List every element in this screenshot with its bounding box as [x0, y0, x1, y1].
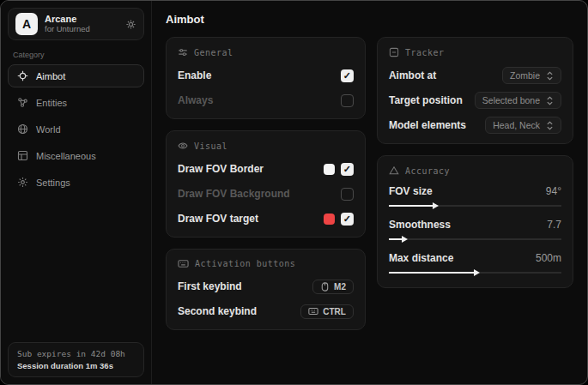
- section-title: General: [194, 48, 233, 57]
- section-title: Tracker: [405, 48, 445, 57]
- max-distance-slider-block: Max distance 500m: [389, 252, 561, 276]
- sidebar-item-label: World: [36, 124, 61, 135]
- second-keybind-button[interactable]: CTRL: [300, 304, 354, 319]
- row-label: Smoothness: [389, 219, 451, 231]
- sidebar-item-aimbot[interactable]: Aimbot: [8, 64, 144, 87]
- keyboard-icon: [178, 259, 189, 268]
- fov-target-checkbox[interactable]: ✓: [341, 213, 354, 226]
- app-logo: A: [15, 13, 38, 35]
- first-keybind-button[interactable]: M2: [312, 280, 354, 294]
- model-elements-row: Model elements Head, Neck: [389, 117, 561, 134]
- first-keybind-row: First keybind M2: [178, 278, 354, 295]
- sidebar: A Arcane for Unturned Category: [1, 1, 152, 384]
- sidebar-item-label: Aimbot: [36, 71, 65, 81]
- row-label: Second keybind: [178, 305, 257, 317]
- fov-size-slider-block: FOV size 94°: [389, 185, 561, 209]
- general-section-header: General: [178, 47, 354, 57]
- section-title: Accuracy: [405, 166, 450, 176]
- subscription-info: Sub expires in 42d 08h Session duration …: [8, 342, 144, 377]
- globe-icon: [17, 123, 28, 135]
- brand-card: A Arcane for Unturned: [8, 8, 144, 40]
- page-title: Aimbot: [166, 13, 573, 26]
- chevron-up-down-icon: [546, 121, 554, 130]
- smoothness-slider[interactable]: [389, 236, 561, 243]
- category-label: Category: [13, 51, 139, 59]
- app-name: Arcane: [45, 14, 118, 25]
- slider-value: 94°: [546, 185, 561, 197]
- sidebar-item-label: Entities: [36, 98, 67, 108]
- fov-border-checkbox[interactable]: ✓: [341, 163, 354, 176]
- slider-fill: [389, 205, 433, 207]
- fov-border-color-swatch[interactable]: [324, 164, 335, 175]
- row-label: Model elements: [389, 119, 466, 131]
- row-label: Always: [178, 94, 213, 106]
- row-label: Draw FOV Background: [178, 188, 290, 200]
- brand-text: Arcane for Unturned: [45, 14, 118, 34]
- accuracy-section-header: Accuracy: [389, 165, 561, 176]
- slider-fill: [389, 272, 476, 274]
- target-position-select[interactable]: Selected bone: [475, 92, 561, 109]
- sidebar-nav: Aimbot Entities World: [8, 64, 144, 194]
- row-label: Max distance: [389, 252, 453, 264]
- draw-fov-background-row: Draw FOV Background: [178, 185, 354, 202]
- sliders-icon: [178, 47, 188, 57]
- second-keybind-row: Second keybind CTRL: [178, 303, 354, 320]
- aimbot-at-row: Aimbot at Zombie: [389, 67, 561, 84]
- enable-checkbox[interactable]: ✓: [341, 69, 354, 82]
- target-position-row: Target position Selected bone: [389, 92, 561, 109]
- sidebar-item-settings[interactable]: Settings: [8, 171, 144, 194]
- eye-icon: [178, 141, 188, 151]
- visual-section: Visual Draw FOV Border ✓ Draw FOV Backgr…: [166, 130, 366, 238]
- draw-fov-target-row: Draw FOV target ✓: [178, 210, 354, 227]
- visual-section-header: Visual: [178, 141, 354, 151]
- draw-fov-border-row: Draw FOV Border ✓: [178, 160, 354, 177]
- sidebar-item-miscellaneous[interactable]: Miscellaneous: [8, 144, 144, 167]
- main-content: Aimbot General Enable ✓: [152, 1, 587, 384]
- grid-icon: [17, 150, 28, 161]
- tracker-section-header: Tracker: [389, 47, 561, 57]
- general-section: General Enable ✓ Always: [166, 37, 366, 119]
- row-label: Draw FOV Border: [178, 163, 264, 175]
- model-elements-select[interactable]: Head, Neck: [485, 117, 561, 134]
- keybind-value: M2: [334, 282, 346, 292]
- slider-value: 500m: [536, 252, 561, 264]
- fov-target-color-swatch[interactable]: [324, 214, 335, 225]
- accuracy-section: Accuracy FOV size 94° Smoothness: [377, 155, 573, 288]
- max-distance-slider[interactable]: [389, 269, 561, 276]
- fov-background-checkbox[interactable]: [341, 188, 354, 201]
- fov-size-slider[interactable]: [389, 202, 561, 209]
- row-label: FOV size: [389, 185, 433, 197]
- entities-icon: [17, 97, 28, 108]
- app-subtitle: for Unturned: [45, 25, 118, 34]
- activation-buttons-section: Activation buttons First keybind M2: [166, 249, 366, 330]
- chevron-up-down-icon: [546, 96, 554, 105]
- slider-fill: [389, 238, 403, 240]
- select-value: Zombie: [510, 70, 540, 81]
- row-label: First keybind: [178, 280, 242, 292]
- sidebar-item-entities[interactable]: Entities: [8, 91, 144, 114]
- smoothness-slider-block: Smoothness 7.7: [389, 219, 561, 243]
- row-label: Enable: [178, 69, 211, 81]
- always-checkbox[interactable]: [341, 94, 354, 107]
- session-duration-text: Session duration 1m 36s: [17, 361, 135, 370]
- enable-row: Enable ✓: [178, 67, 354, 84]
- row-label: Draw FOV target: [178, 213, 258, 225]
- gear-icon: [17, 177, 28, 188]
- aimbot-at-select[interactable]: Zombie: [502, 67, 561, 84]
- row-label: Aimbot at: [389, 69, 436, 81]
- gear-icon[interactable]: [125, 19, 136, 30]
- always-row: Always: [178, 92, 354, 109]
- sub-expiry-text: Sub expires in 42d 08h: [17, 349, 135, 358]
- select-value: Head, Neck: [493, 120, 540, 130]
- sidebar-item-world[interactable]: World: [8, 117, 144, 141]
- mouse-icon: [320, 282, 330, 292]
- section-title: Visual: [194, 141, 227, 151]
- activation-section-header: Activation buttons: [178, 259, 354, 268]
- sidebar-item-label: Miscellaneous: [36, 151, 96, 161]
- section-title: Activation buttons: [195, 259, 295, 268]
- crosshair-icon: [17, 70, 28, 81]
- tracker-section: Tracker Aimbot at Zombie: [377, 37, 573, 144]
- row-label: Target position: [389, 94, 463, 106]
- sidebar-item-label: Settings: [36, 177, 70, 188]
- target-box-icon: [389, 47, 399, 57]
